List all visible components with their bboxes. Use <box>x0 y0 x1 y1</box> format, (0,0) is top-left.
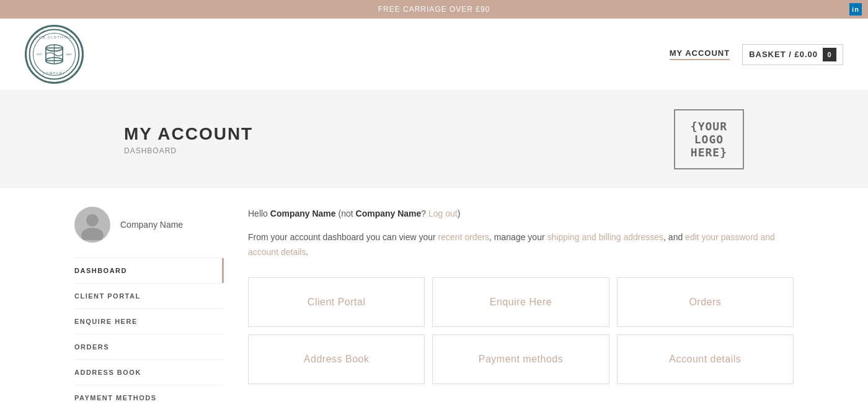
page-title-area: MY ACCOUNT DASHBOARD <box>124 124 253 155</box>
svg-point-10 <box>86 214 99 227</box>
hello-prefix: Hello <box>248 209 270 218</box>
sidebar-username: Company Name <box>120 220 183 230</box>
addresses-link[interactable]: shipping and billing addresses <box>547 232 663 242</box>
main-content: Company Name DASHBOARD CLIENT PORTAL ENQ… <box>0 188 868 404</box>
svg-text:EST.: EST. <box>37 53 42 56</box>
avatar <box>74 207 110 243</box>
desc-prefix: From your account dashboard you can view… <box>248 232 438 242</box>
logo-placeholder: {YOURLOGOHERE} <box>674 109 744 169</box>
user-info: Company Name <box>74 207 223 243</box>
sidebar-item-address-book[interactable]: ADDRESS BOOK <box>74 360 223 385</box>
dashboard-grid: Client Portal Enquire Here Orders Addres… <box>248 277 794 384</box>
header: PUB CLOTHING COMPANY EST. 1897 MY ACCOUN… <box>0 19 868 91</box>
sidebar-item-dashboard[interactable]: DASHBOARD <box>74 258 223 284</box>
hello-name2: Company Name <box>356 209 422 218</box>
banner-text: FREE CARRIAGE OVER £90 <box>378 5 490 14</box>
logo-placeholder-text: {YOURLOGOHERE} <box>691 120 727 159</box>
dashboard-area: Hello Company Name (not Company Name? Lo… <box>248 207 794 404</box>
basket-label: BASKET / £0.00 <box>749 50 818 59</box>
svg-text:COMPANY: COMPANY <box>43 71 66 75</box>
card-client-portal[interactable]: Client Portal <box>248 277 425 327</box>
sidebar-item-enquire-here[interactable]: ENQUIRE HERE <box>74 309 223 334</box>
desc-end: . <box>306 247 308 257</box>
svg-text:PUB CLOTHING: PUB CLOTHING <box>36 35 73 39</box>
logout-link[interactable]: Log out <box>428 209 458 218</box>
sidebar: Company Name DASHBOARD CLIENT PORTAL ENQ… <box>74 207 223 404</box>
hello-text: Hello Company Name (not Company Name? Lo… <box>248 207 794 220</box>
desc-middle: , manage your <box>489 232 547 242</box>
hello-suffix: ? <box>421 209 428 218</box>
svg-text:1897: 1897 <box>66 53 73 56</box>
sidebar-item-client-portal[interactable]: CLIENT PORTAL <box>74 284 223 309</box>
top-banner: FREE CARRIAGE OVER £90 in <box>0 0 868 19</box>
site-logo[interactable]: PUB CLOTHING COMPANY EST. 1897 <box>25 25 84 84</box>
page-subtitle: DASHBOARD <box>124 146 253 155</box>
card-payment-methods[interactable]: Payment methods <box>432 334 609 384</box>
card-orders[interactable]: Orders <box>617 277 794 327</box>
desc-text: From your account dashboard you can view… <box>248 230 794 260</box>
logo-area: PUB CLOTHING COMPANY EST. 1897 <box>25 25 84 84</box>
hello-middle: (not <box>336 209 356 218</box>
basket-count: 0 <box>823 48 836 61</box>
hello-name: Company Name <box>270 209 336 218</box>
header-nav: MY ACCOUNT BASKET / £0.00 0 <box>670 44 843 65</box>
my-account-nav[interactable]: MY ACCOUNT <box>670 48 730 60</box>
page-header-section: MY ACCOUNT DASHBOARD {YOURLOGOHERE} <box>0 91 868 188</box>
svg-point-11 <box>81 228 104 240</box>
recent-orders-link[interactable]: recent orders <box>438 232 489 242</box>
sidebar-item-payment-methods[interactable]: PAYMENT METHODS <box>74 385 223 404</box>
card-enquire-here[interactable]: Enquire Here <box>432 277 609 327</box>
page-title: MY ACCOUNT <box>124 124 253 144</box>
card-account-details[interactable]: Account details <box>617 334 794 384</box>
sidebar-item-orders[interactable]: ORDERS <box>74 334 223 360</box>
basket-button[interactable]: BASKET / £0.00 0 <box>742 44 843 65</box>
desc-suffix: , and <box>663 232 685 242</box>
sidebar-nav: DASHBOARD CLIENT PORTAL ENQUIRE HERE ORD… <box>74 258 223 404</box>
card-address-book[interactable]: Address Book <box>248 334 425 384</box>
linkedin-icon[interactable]: in <box>849 3 862 16</box>
